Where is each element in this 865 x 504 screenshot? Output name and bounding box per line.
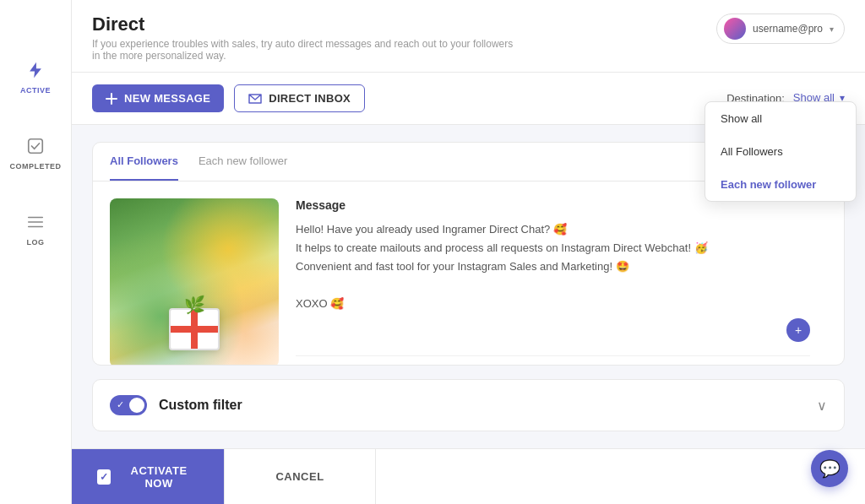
avatar-dropdown[interactable]: username@pro ▾ — [716, 14, 845, 44]
new-message-label: NEW MESSAGE — [124, 92, 210, 105]
activate-now-button[interactable]: ✓ ACTIVATE NOW — [72, 449, 224, 504]
check-icon — [23, 133, 48, 159]
toggle-check-icon: ✓ — [117, 399, 124, 410]
chat-icon: 💬 — [819, 458, 841, 479]
cancel-button[interactable]: CANCEL — [224, 449, 376, 504]
ribbon-vertical — [191, 310, 198, 349]
sidebar-item-log[interactable]: LOG — [13, 203, 58, 253]
bottom-bar: ✓ ACTIVATE NOW CANCEL — [72, 448, 865, 504]
leaf-icon: 🌿 — [184, 295, 205, 315]
chevron-down-icon: ▾ — [830, 24, 834, 34]
plus-icon — [106, 93, 117, 105]
header-left: Direct If you experience troubles with s… — [92, 14, 514, 62]
activate-label: ACTIVATE NOW — [119, 464, 199, 490]
sidebar-item-completed[interactable]: COMPLETED — [0, 127, 72, 177]
page-title: Direct — [92, 14, 514, 35]
new-message-button[interactable]: NEW MESSAGE — [92, 84, 224, 112]
dropdown-item-all-followers[interactable]: All Followers — [705, 135, 856, 168]
avatar — [724, 18, 746, 40]
attention-chevron-icon: ▾ — [347, 363, 353, 366]
dropdown-item-each-new-follower[interactable]: Each new follower — [705, 168, 856, 201]
page-subtitle: If you experience troubles with sales, t… — [92, 38, 514, 62]
inbox-icon — [248, 94, 262, 104]
header: Direct If you experience troubles with s… — [72, 0, 865, 73]
dropdown-item-show-all[interactable]: Show all — [705, 102, 856, 135]
filter-name: Custom filter — [159, 398, 242, 413]
direct-inbox-label: DIRECT INBOX — [269, 92, 351, 105]
toggle-background: ✓ — [110, 395, 147, 415]
image-placeholder: 🌿 — [110, 198, 279, 366]
filter-chevron-icon[interactable]: ∨ — [817, 398, 827, 414]
attention-button[interactable]: Attention! ▾ — [296, 363, 353, 366]
sidebar-item-active[interactable]: ACTIVE — [10, 51, 61, 101]
bottom-spacer — [376, 449, 865, 504]
avatar-name: username@pro — [753, 23, 823, 35]
message-body: 🌿 Message Hello! Have you already used I… — [93, 182, 844, 366]
svg-rect-0 — [29, 139, 43, 154]
destination-dropdown: Show all All Followers Each new follower — [705, 101, 857, 202]
direct-inbox-button[interactable]: DIRECT INBOX — [234, 84, 365, 112]
tab-each-new-follower[interactable]: Each new follower — [199, 143, 288, 181]
sidebar-item-completed-label: COMPLETED — [10, 162, 62, 171]
sidebar-item-log-label: LOG — [27, 238, 45, 247]
chat-bubble-button[interactable]: 💬 — [811, 450, 848, 487]
message-actions: Attention! ▾ Limits: 500 symbols — [296, 355, 810, 366]
gift-box: 🌿 — [169, 308, 220, 350]
message-text[interactable]: Hello! Have you already used Ingramer Di… — [296, 220, 810, 313]
attention-label: Attention! — [296, 363, 342, 366]
limits-text: Limits: 500 symbols — [728, 365, 810, 366]
emoji-add-button[interactable]: + — [786, 318, 810, 342]
message-image: 🌿 — [110, 198, 279, 366]
filter-left: ✓ Custom filter — [110, 395, 242, 415]
tab-all-followers[interactable]: All Followers — [110, 143, 178, 181]
message-text-area: Message Hello! Have you already used Ing… — [279, 198, 827, 366]
filter-card: ✓ Custom filter ∨ — [92, 379, 845, 431]
activate-checkbox-icon: ✓ — [97, 469, 111, 485]
header-right: username@pro ▾ — [716, 14, 845, 44]
custom-filter-toggle[interactable]: ✓ — [110, 395, 147, 415]
main-content: Direct If you experience troubles with s… — [72, 0, 865, 504]
menu-icon — [23, 209, 48, 235]
sidebar: ACTIVE COMPLETED LOG — [0, 0, 72, 504]
sidebar-item-active-label: ACTIVE — [20, 86, 51, 95]
toggle-dot — [129, 398, 144, 413]
bolt-icon — [23, 57, 48, 83]
